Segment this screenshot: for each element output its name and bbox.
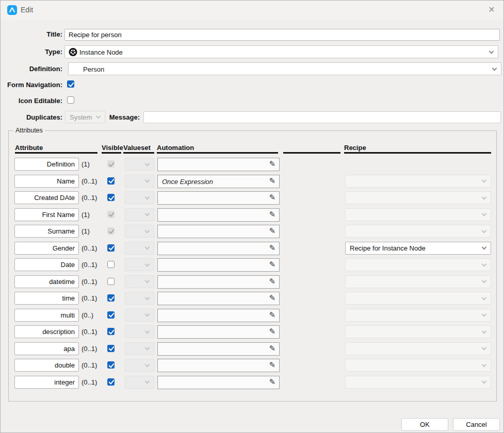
automation-field[interactable]: ✎ xyxy=(157,309,280,322)
visible-checkbox[interactable] xyxy=(107,378,115,386)
automation-field[interactable]: Once Expression✎ xyxy=(157,175,280,188)
recipe-dropdown xyxy=(345,208,491,221)
automation-field[interactable]: ✎ xyxy=(157,158,280,171)
close-icon[interactable]: ✕ xyxy=(484,3,499,16)
attribute-row: (0..1)✎Recipe for Instance Node xyxy=(9,242,497,255)
recipe-dropdown xyxy=(345,258,491,271)
cancel-button[interactable]: Cancel xyxy=(453,418,500,431)
attribute-name-input[interactable] xyxy=(14,275,79,288)
recipe-dropdown xyxy=(345,342,491,355)
attribute-name-input[interactable] xyxy=(14,191,79,204)
header-underline xyxy=(157,152,278,154)
edit-pencil-icon[interactable]: ✎ xyxy=(269,310,275,320)
edit-pencil-icon[interactable]: ✎ xyxy=(269,159,275,169)
automation-field[interactable]: ✎ xyxy=(157,258,280,272)
visible-checkbox xyxy=(107,160,115,168)
recipe-dropdown xyxy=(345,325,491,338)
icon-editable-checkbox[interactable] xyxy=(67,96,74,104)
attribute-name-input[interactable] xyxy=(14,175,79,188)
edit-pencil-icon[interactable]: ✎ xyxy=(269,226,275,236)
attribute-name-input[interactable] xyxy=(14,342,79,355)
attribute-name-input[interactable] xyxy=(14,376,79,389)
cardinality-label: (0..1) xyxy=(82,278,97,286)
automation-field[interactable]: ✎ xyxy=(157,275,280,289)
title-input[interactable] xyxy=(64,29,500,41)
visible-checkbox xyxy=(107,227,115,235)
automation-field[interactable]: ✎ xyxy=(157,191,280,205)
cardinality-label: (0..1) xyxy=(82,261,97,269)
message-input[interactable] xyxy=(143,111,501,123)
valueset-dropdown xyxy=(125,158,154,171)
message-label: Message: xyxy=(106,113,140,121)
edit-pencil-icon[interactable]: ✎ xyxy=(269,344,275,353)
attribute-name-input[interactable] xyxy=(14,359,79,372)
edit-pencil-icon[interactable]: ✎ xyxy=(269,260,275,269)
recipe-dropdown[interactable]: Recipe for Instance Node xyxy=(345,242,491,255)
attribute-row: (1)✎ xyxy=(9,158,497,171)
visible-checkbox[interactable] xyxy=(107,177,115,185)
edit-pencil-icon[interactable]: ✎ xyxy=(269,327,275,336)
recipe-dropdown xyxy=(345,309,491,322)
attribute-name-input[interactable] xyxy=(14,325,79,338)
visible-checkbox[interactable] xyxy=(107,294,115,302)
column-header-attribute: Attribute xyxy=(15,144,43,152)
edit-pencil-icon[interactable]: ✎ xyxy=(269,193,275,202)
chevron-down-icon xyxy=(482,295,487,300)
valueset-dropdown xyxy=(125,242,154,255)
automation-field[interactable]: ✎ xyxy=(157,359,280,372)
attribute-row: (0..1)✎ xyxy=(9,342,497,356)
edit-pencil-icon[interactable]: ✎ xyxy=(269,277,275,286)
ok-button[interactable]: OK xyxy=(401,418,448,431)
attribute-name-input[interactable] xyxy=(14,208,79,221)
attribute-name-input[interactable] xyxy=(14,292,79,305)
attribute-name-input[interactable] xyxy=(14,225,79,238)
type-dropdown[interactable]: Instance Node xyxy=(64,45,498,58)
attribute-row: (0..1)✎ xyxy=(9,292,497,305)
chevron-down-icon xyxy=(482,245,487,250)
cardinality-label: (1) xyxy=(82,160,90,168)
visible-checkbox[interactable] xyxy=(107,278,115,285)
automation-field[interactable]: ✎ xyxy=(157,376,280,389)
automation-field[interactable]: ✎ xyxy=(157,325,280,339)
visible-checkbox[interactable] xyxy=(107,328,115,335)
automation-value: Once Expression xyxy=(162,177,213,185)
chevron-down-icon xyxy=(482,261,487,267)
duplicates-value: System xyxy=(70,113,92,121)
chevron-down-icon xyxy=(145,194,150,199)
header-underline xyxy=(344,152,491,154)
edit-pencil-icon[interactable]: ✎ xyxy=(269,243,275,253)
visible-checkbox[interactable] xyxy=(107,194,115,201)
edit-pencil-icon[interactable]: ✎ xyxy=(269,360,275,370)
visible-checkbox[interactable] xyxy=(107,244,115,252)
visible-checkbox[interactable] xyxy=(107,361,115,369)
chevron-down-icon xyxy=(145,362,150,367)
automation-field[interactable]: ✎ xyxy=(157,225,280,238)
chevron-down-icon xyxy=(145,211,150,216)
attribute-name-input[interactable] xyxy=(14,158,79,171)
chevron-down-icon xyxy=(482,379,487,384)
chevron-down-icon xyxy=(145,295,150,300)
visible-checkbox[interactable] xyxy=(107,311,115,319)
edit-pencil-icon[interactable]: ✎ xyxy=(269,176,275,186)
form-navigation-checkbox[interactable] xyxy=(67,80,74,88)
cardinality-label: (0..1) xyxy=(82,244,97,252)
edit-pencil-icon[interactable]: ✎ xyxy=(269,377,275,387)
definition-dropdown[interactable]: Person xyxy=(68,62,501,75)
visible-checkbox[interactable] xyxy=(107,261,115,268)
cardinality-label: (0..1) xyxy=(82,194,97,202)
definition-label: Definition: xyxy=(1,65,62,73)
visible-checkbox[interactable] xyxy=(107,345,115,352)
automation-field[interactable]: ✎ xyxy=(157,208,280,222)
edit-pencil-icon[interactable]: ✎ xyxy=(269,293,275,303)
automation-field[interactable]: ✎ xyxy=(157,292,280,305)
type-value: Instance Node xyxy=(79,48,123,56)
cardinality-label: (1) xyxy=(82,227,90,235)
cardinality-label: (0..1) xyxy=(82,328,97,336)
automation-field[interactable]: ✎ xyxy=(157,342,280,356)
edit-pencil-icon[interactable]: ✎ xyxy=(269,210,275,219)
attribute-name-input[interactable] xyxy=(14,309,79,322)
valueset-dropdown xyxy=(125,376,154,389)
attribute-name-input[interactable] xyxy=(14,242,79,255)
attribute-name-input[interactable] xyxy=(14,258,79,271)
automation-field[interactable]: ✎ xyxy=(157,242,280,255)
